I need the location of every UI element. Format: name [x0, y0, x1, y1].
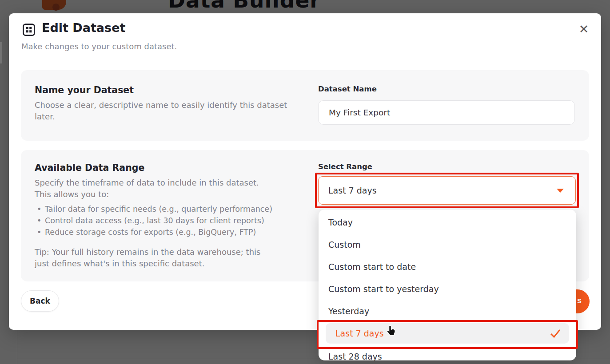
back-button[interactable]: Back: [21, 290, 59, 312]
range-select-value: Last 7 days: [328, 186, 377, 195]
range-tip-text: Tip: Your full history remains in the da…: [35, 246, 277, 269]
dropdown-option[interactable]: Custom: [319, 233, 576, 256]
range-benefit-item: Control data access (e.g., last 30 days …: [37, 215, 286, 226]
dataset-name-label: Dataset Name: [318, 85, 377, 93]
range-benefit-item: Tailor data for specific needs (e.g., qu…: [37, 203, 286, 215]
name-section-description: Choose a clear, descriptive name to easi…: [35, 99, 290, 123]
dataset-grid-icon: [22, 23, 36, 36]
dropdown-option-label: Today: [328, 218, 353, 227]
chevron-down-icon: [557, 189, 564, 193]
annotation-box-select: Last 7 days: [315, 173, 579, 208]
dropdown-option[interactable]: Custom start to yesterday: [319, 278, 576, 300]
name-section-heading: Name your Dataset: [35, 85, 134, 95]
save-button-visible-label: s: [577, 296, 582, 305]
range-dropdown-menu: TodayCustomCustom start to dateCustom st…: [319, 210, 576, 360]
dropdown-option-label: Custom start to date: [328, 262, 416, 272]
dropdown-option-label: Last 28 days: [328, 352, 382, 360]
range-section-heading: Available Data Range: [35, 162, 144, 173]
dropdown-option[interactable]: Yesterday: [319, 300, 576, 322]
dropdown-option-label: Yesterday: [328, 306, 369, 316]
name-dataset-card: Name your Dataset Choose a clear, descri…: [21, 70, 589, 141]
range-benefit-item: Reduce storage costs for exports (e.g., …: [37, 226, 286, 238]
dropdown-option[interactable]: Last 7 days: [326, 323, 569, 344]
select-range-label: Select Range: [318, 162, 372, 171]
modal-subtitle: Make changes to your custom dataset.: [21, 42, 177, 51]
modal-title: Edit Dataset: [42, 21, 125, 35]
checkmark-icon: [550, 328, 561, 338]
dropdown-option[interactable]: Custom start to date: [319, 256, 576, 278]
range-select-dropdown[interactable]: Last 7 days: [318, 176, 576, 205]
range-benefits-list: Tailor data for specific needs (e.g., qu…: [37, 203, 286, 238]
background-sidebar-edge: [0, 42, 2, 63]
dropdown-option-label: Custom start to yesterday: [328, 284, 439, 294]
close-icon[interactable]: ✕: [574, 20, 594, 39]
dropdown-option-label: Last 7 days: [335, 328, 384, 338]
dropdown-option[interactable]: Today: [319, 211, 576, 233]
dataset-name-input[interactable]: [318, 100, 575, 125]
dropdown-option[interactable]: Last 28 days: [319, 345, 576, 360]
range-section-description: Specify the timeframe of data to include…: [35, 177, 271, 200]
dropdown-option-label: Custom: [328, 240, 361, 249]
